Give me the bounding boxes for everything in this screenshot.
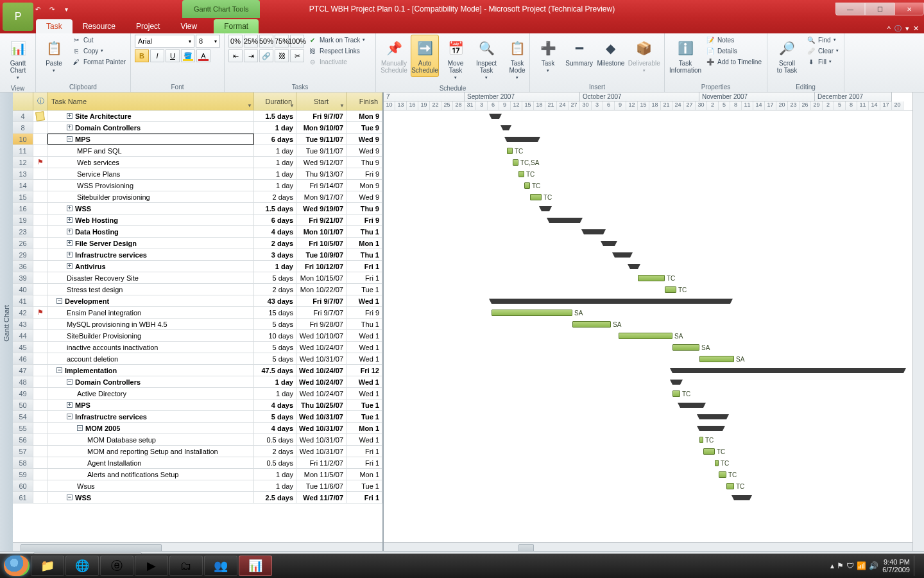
task-info-button[interactable]: ℹ️Task Information (669, 35, 702, 77)
start-cell[interactable]: Tue 10/9/07 (296, 249, 346, 260)
outline-toggle[interactable]: − (56, 367, 62, 373)
duration-cell[interactable]: 6 days (254, 215, 296, 225)
start-cell[interactable]: Fri 11/2/07 (296, 457, 346, 468)
task-name-cell[interactable]: MOM Database setup (47, 434, 254, 445)
taskbar-project[interactable]: 📊 (239, 556, 272, 576)
finish-cell[interactable]: Wed 1 (346, 388, 382, 399)
task-bar[interactable]: TC (699, 437, 703, 443)
outline-toggle[interactable]: + (67, 206, 73, 211)
split-button[interactable]: ✂ (290, 49, 304, 62)
task-name-cell[interactable]: inactive accounts inactivation (47, 342, 254, 353)
task-bar[interactable]: TC (703, 448, 715, 455)
start-cell[interactable]: Thu 9/13/07 (296, 168, 346, 179)
row-id[interactable]: 19 (13, 215, 33, 225)
start-cell[interactable]: Wed 10/24/07 (296, 388, 346, 399)
start-cell[interactable]: Mon 9/10/07 (296, 122, 346, 133)
duration-cell[interactable]: 1 day (254, 157, 296, 168)
task-name-cell[interactable]: −MOM 2005 (47, 423, 254, 434)
task-name-cell[interactable]: Agent Installation (47, 457, 254, 468)
start-cell[interactable]: Fri 10/12/07 (296, 261, 346, 272)
row-id[interactable]: 15 (13, 191, 33, 202)
summary-bar[interactable] (672, 368, 903, 373)
taskbar-media[interactable]: ▶ (135, 556, 168, 576)
start-cell[interactable]: Wed 10/24/07 (296, 365, 346, 376)
outline-toggle[interactable]: + (67, 263, 73, 269)
start-cell[interactable]: Fri 9/14/07 (296, 180, 346, 191)
task-bar[interactable]: TC (518, 171, 524, 177)
row-id[interactable]: 61 (13, 492, 33, 503)
summary-bar[interactable] (492, 114, 499, 119)
table-row[interactable]: 16+WSS1.5 daysWed 9/19/07Thu 9 (13, 203, 382, 215)
task-name-cell[interactable]: WSS Provisioning (47, 180, 254, 191)
task-name-cell[interactable]: Stress test design (47, 284, 254, 295)
finish-cell[interactable]: Wed 1 (346, 342, 382, 353)
task-name-cell[interactable]: SiteBuilder Provisioning (47, 330, 254, 341)
row-id[interactable]: 4 (13, 110, 33, 121)
start-cell[interactable]: Wed 10/24/07 (296, 342, 346, 353)
row-id[interactable]: 60 (13, 480, 33, 491)
duration-cell[interactable]: 15 days (254, 307, 296, 318)
start-cell[interactable]: Mon 9/17/07 (296, 191, 346, 202)
summary-bar[interactable] (603, 241, 615, 246)
duration-cell[interactable]: 5 days (254, 411, 296, 422)
duration-cell[interactable]: 2.5 days (254, 492, 296, 503)
duration-cell[interactable]: 2 days (254, 191, 296, 202)
summary-bar[interactable] (503, 125, 509, 130)
scroll-to-task-button[interactable]: 🔎Scroll to Task (771, 35, 803, 77)
cut-button[interactable]: ✂Cut (71, 35, 127, 45)
pct-100-button[interactable]: 100% (290, 35, 304, 48)
start-button[interactable] (4, 556, 30, 576)
finish-cell[interactable]: Thu 1 (346, 319, 382, 329)
font-name-combo[interactable]: Arial▾ (135, 35, 194, 48)
duration-cell[interactable]: 47.5 days (254, 365, 296, 376)
start-cell[interactable]: Mon 11/5/07 (296, 469, 346, 480)
task-bar[interactable]: TC (672, 390, 680, 397)
table-row[interactable]: 50+MPS4 daysThu 10/25/07Tue 1 (13, 399, 382, 411)
start-cell[interactable]: Mon 10/15/07 (296, 272, 346, 283)
milestone-button[interactable]: ◆Milestone (596, 35, 625, 70)
finish-cell[interactable]: Thu 9 (346, 157, 382, 168)
font-color-button[interactable]: A (196, 49, 210, 62)
task-name-cell[interactable]: +Infrastructre services (47, 249, 254, 260)
summary-bar[interactable] (630, 264, 638, 269)
table-row[interactable]: 61−WSS2.5 daysWed 11/7/07Fri 1 (13, 492, 382, 504)
table-row[interactable]: 47−Implementation47.5 daysWed 10/24/07Fr… (13, 365, 382, 376)
tray-vol-icon[interactable]: 🔊 (869, 561, 878, 570)
task-name-cell[interactable]: −MPS (47, 134, 254, 144)
duration-cell[interactable]: 1 day (254, 376, 296, 387)
details-button[interactable]: 📄Details (705, 46, 763, 56)
start-cell[interactable]: Tue 9/11/07 (296, 145, 346, 156)
file-tab[interactable]: P (3, 3, 33, 31)
row-id[interactable]: 44 (13, 330, 33, 341)
task-name-cell[interactable]: −Implementation (47, 365, 254, 376)
start-cell[interactable]: Mon 10/1/07 (296, 226, 346, 237)
start-cell[interactable]: Wed 11/7/07 (296, 492, 346, 503)
finish-cell[interactable]: Fri 9 (346, 307, 382, 318)
col-finish-header[interactable]: Finish (346, 92, 382, 110)
outline-toggle[interactable]: − (56, 298, 62, 304)
finish-cell[interactable]: Thu 1 (346, 226, 382, 237)
col-indicator-header[interactable]: ⓘ (33, 92, 47, 110)
row-id[interactable]: 23 (13, 226, 33, 237)
tab-format[interactable]: Format (214, 19, 259, 33)
start-cell[interactable]: Wed 10/31/07 (296, 423, 346, 434)
task-mode-button[interactable]: 📋Task Mode▾ (503, 35, 531, 83)
table-row[interactable]: 43MySQL provisioning in WBH 4.55 daysFri… (13, 319, 382, 330)
table-row[interactable]: 41−Development43 daysFri 9/7/07Wed 1 (13, 295, 382, 307)
clear-button[interactable]: 🩹Clear▾ (805, 46, 840, 56)
finish-cell[interactable]: Wed 9 (346, 191, 382, 202)
duration-cell[interactable]: 1 day (254, 388, 296, 399)
gantt-vscroll[interactable] (912, 92, 924, 554)
task-bar[interactable]: TC (638, 275, 665, 281)
task-bar[interactable]: TC (665, 286, 676, 293)
table-row[interactable]: 10−MPS6 daysTue 9/11/07Wed 9 (13, 134, 382, 145)
bold-button[interactable]: B (135, 49, 149, 62)
task-bar[interactable]: SA (619, 333, 672, 339)
task-name-cell[interactable]: −Domain Controllers (47, 376, 254, 387)
task-name-cell[interactable]: +Site Architecture (47, 110, 254, 121)
task-name-cell[interactable]: +MPS (47, 399, 254, 410)
show-desktop-button[interactable] (914, 556, 920, 576)
find-button[interactable]: 🔍Find▾ (805, 35, 840, 45)
taskbar-messenger[interactable]: 👥 (204, 556, 237, 576)
duration-cell[interactable]: 5 days (254, 353, 296, 364)
